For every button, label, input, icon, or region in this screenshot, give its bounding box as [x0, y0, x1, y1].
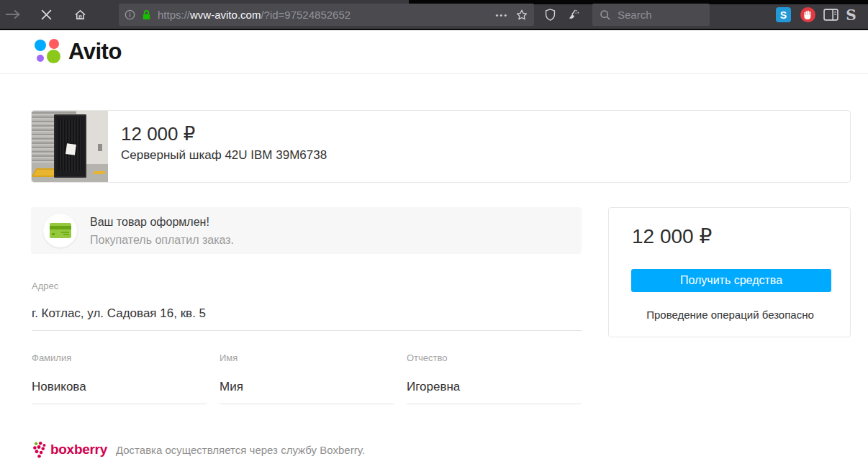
payout-note: Проведение операций безопасно [609, 309, 851, 321]
bookmark-star-icon[interactable] [515, 9, 528, 22]
stop-button[interactable] [35, 0, 58, 29]
home-button[interactable] [68, 0, 91, 29]
search-placeholder: Search [618, 9, 652, 21]
lastname-field: Фамилия [32, 352, 207, 404]
firstname-input[interactable] [220, 380, 394, 404]
url-scheme: https:// [158, 9, 190, 21]
search-icon [600, 9, 611, 21]
forward-arrow-icon [5, 9, 21, 19]
logo-dot-purple-icon [37, 55, 44, 62]
product-price: 12 000 ₽ [121, 123, 195, 145]
forward-button[interactable] [1, 0, 24, 29]
image-yellow-dash [93, 171, 106, 174]
delivery-row: boxberry Доставка осуществляется через с… [32, 439, 365, 460]
payout-amount: 12 000 ₽ [632, 224, 712, 248]
image-wall-box [98, 144, 102, 151]
site-header: Avito [0, 30, 868, 74]
lock-icon [142, 9, 151, 21]
delivery-text: Доставка осуществляется через службу Box… [116, 444, 365, 456]
avito-logo[interactable]: Avito [35, 38, 135, 67]
protection-shield-icon[interactable] [538, 0, 561, 29]
extension-s-blue-label: S [780, 9, 787, 21]
firstname-label: Имя [220, 352, 394, 363]
receive-funds-button[interactable]: Получить средства [631, 269, 831, 292]
url-path: /?id=97524852652 [261, 9, 351, 21]
notice-subtitle: Покупатель оплатил заказ. [90, 234, 234, 247]
extension-adblock-hand-icon[interactable] [800, 7, 815, 22]
product-card: 12 000 ₽ Серверный шкаф 42U IBM 39M6738 [31, 110, 851, 183]
url-domain: wvw-avito.com [190, 9, 261, 21]
brand-name: Avito [68, 39, 122, 65]
logo-dot-green-icon [47, 50, 60, 63]
extension-s-blue-icon[interactable]: S [776, 7, 791, 22]
address-input[interactable] [32, 306, 582, 331]
order-notice: Ваш товар оформлен! Покупатель оплатил з… [31, 207, 582, 254]
site-info-icon[interactable] [125, 9, 135, 20]
product-title: Серверный шкаф 42U IBM 39M6738 [121, 148, 327, 163]
boxberry-berry-icon [32, 441, 47, 459]
logo-dot-blue-icon [35, 40, 46, 51]
payout-panel: 12 000 ₽ Получить средства Проведение оп… [608, 207, 851, 337]
logo-dot-red-icon [49, 39, 59, 49]
image-paper-tag [65, 143, 76, 155]
search-bar[interactable]: Search [592, 4, 710, 26]
patronymic-label: Отчество [407, 352, 581, 363]
boxberry-wordmark: boxberry [50, 442, 107, 457]
url-bar[interactable]: https://wvw-avito.com/?id=97524852652 ••… [119, 4, 534, 26]
product-image [32, 111, 108, 182]
browser-toolbar: https://wvw-avito.com/?id=97524852652 ••… [0, 0, 868, 30]
extension-s-gray-label: S [846, 6, 856, 24]
notice-title: Ваш товар оформлен! [90, 216, 209, 229]
page-actions-icon[interactable]: ••• [495, 11, 508, 19]
patronymic-input[interactable] [407, 380, 581, 404]
patronymic-field: Отчество [407, 352, 581, 404]
close-icon [40, 9, 53, 21]
url-text[interactable]: https://wvw-avito.com/?id=97524852652 [158, 9, 491, 21]
lastname-label: Фамилия [32, 352, 207, 363]
address-label: Адрес [32, 281, 58, 291]
payment-card-icon [43, 214, 77, 247]
extension-s-gray-icon[interactable]: S [844, 7, 859, 22]
address-field-wrap [32, 306, 582, 331]
sidebar-toggle-icon[interactable] [823, 7, 838, 22]
home-icon [73, 9, 87, 21]
firstname-field: Имя [220, 352, 394, 404]
clean-broom-icon[interactable] [561, 0, 584, 29]
lastname-input[interactable] [32, 380, 207, 404]
